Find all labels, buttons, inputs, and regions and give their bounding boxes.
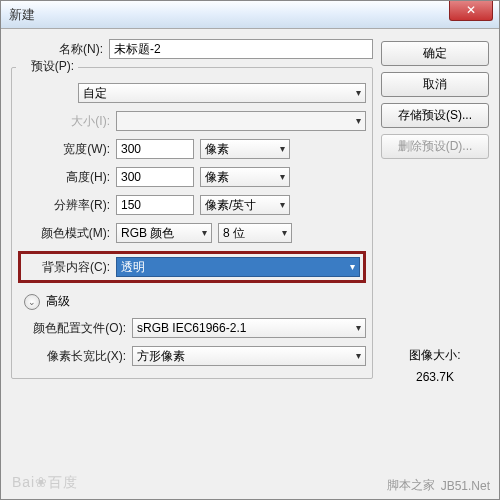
size-label: 大小(I): [18,113,110,130]
chevron-down-icon: ▾ [280,199,285,210]
preset-label: 预设(P): [20,58,74,75]
preset-dropdown[interactable]: 自定▾ [78,83,366,103]
bgcontent-label: 背景内容(C): [24,259,110,276]
ok-button[interactable]: 确定 [381,41,489,66]
width-label: 宽度(W): [18,141,110,158]
name-label: 名称(N): [11,41,103,58]
cancel-button[interactable]: 取消 [381,72,489,97]
chevron-down-icon: ▾ [350,261,355,272]
close-icon: ✕ [466,3,476,17]
chevron-down-icon: ▾ [356,87,361,98]
chevron-down-icon: ▾ [356,350,361,361]
chevron-down-icon: ▾ [202,227,207,238]
image-size-info: 图像大小: 263.7K [381,345,489,388]
name-input[interactable] [109,39,373,59]
size-dropdown: ▾ [116,111,366,131]
chevron-down-icon: ▾ [356,115,361,126]
close-button[interactable]: ✕ [449,1,493,21]
chevron-down-icon: ▾ [280,171,285,182]
site-url: JB51.Net [441,479,490,493]
advanced-toggle[interactable]: ⌄ 高级 [24,293,366,310]
chevron-down-icon: ▾ [282,227,287,238]
bgcontent-dropdown[interactable]: 透明▾ [116,257,360,277]
settings-group: 预设(P): 自定▾ 大小(I): ▾ 宽度(W): 像素▾ 高度(H): [11,67,373,379]
colorprofile-label: 颜色配置文件(O): [18,320,126,337]
advanced-label: 高级 [46,293,70,310]
chevron-down-icon: ▾ [280,143,285,154]
delete-preset-button: 删除预设(D)... [381,134,489,159]
titlebar: 新建 ✕ [1,1,499,29]
new-document-dialog: 新建 ✕ 名称(N): 预设(P): 自定▾ 大小(I): ▾ [0,0,500,500]
pixelaspect-label: 像素长宽比(X): [18,348,126,365]
bg-content-highlight: 背景内容(C): 透明▾ [18,251,366,283]
site-name: 脚本之家 [387,477,435,494]
image-size-label: 图像大小: [381,345,489,367]
height-input[interactable] [116,167,194,187]
bits-dropdown[interactable]: 8 位▾ [218,223,292,243]
colormode-label: 颜色模式(M): [18,225,110,242]
save-preset-button[interactable]: 存储预设(S)... [381,103,489,128]
resolution-label: 分辨率(R): [18,197,110,214]
height-label: 高度(H): [18,169,110,186]
site-watermark: 脚本之家 JB51.Net [387,477,490,494]
resolution-input[interactable] [116,195,194,215]
expand-icon: ⌄ [24,294,40,310]
window-title: 新建 [9,6,35,24]
width-input[interactable] [116,139,194,159]
image-size-value: 263.7K [381,367,489,389]
resolution-unit-dropdown[interactable]: 像素/英寸▾ [200,195,290,215]
height-unit-dropdown[interactable]: 像素▾ [200,167,290,187]
colormode-dropdown[interactable]: RGB 颜色▾ [116,223,212,243]
baidu-watermark: Bai❀百度 [12,474,78,492]
colorprofile-dropdown[interactable]: sRGB IEC61966-2.1▾ [132,318,366,338]
pixelaspect-dropdown[interactable]: 方形像素▾ [132,346,366,366]
width-unit-dropdown[interactable]: 像素▾ [200,139,290,159]
chevron-down-icon: ▾ [356,322,361,333]
